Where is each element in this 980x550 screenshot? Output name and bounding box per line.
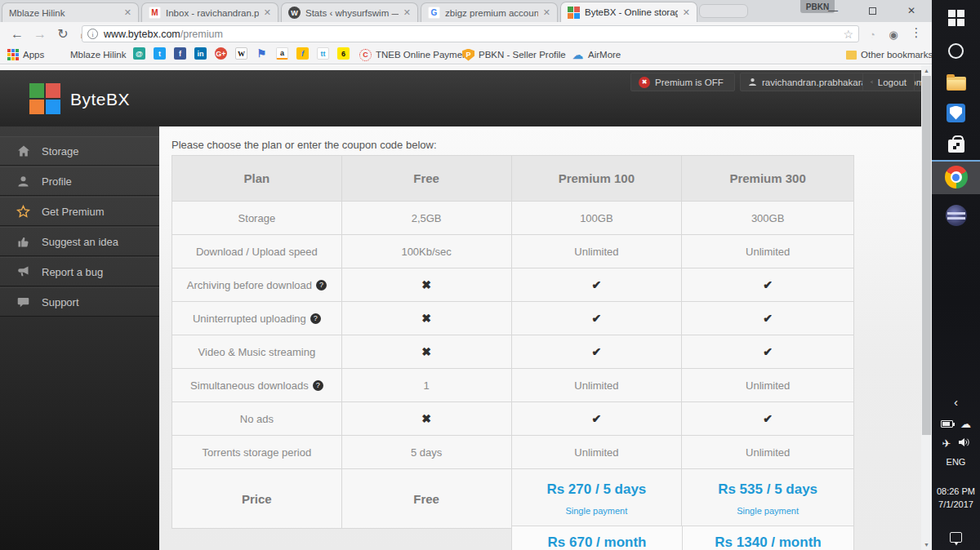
help-icon[interactable]: ? xyxy=(310,313,321,324)
scrollbar-thumb[interactable] xyxy=(922,76,931,435)
back-icon[interactable]: ← xyxy=(7,24,28,44)
premium100-price-cell[interactable]: Rs 270 / 5 days Single payment xyxy=(512,469,683,528)
logout-button[interactable]: Logout xyxy=(862,73,915,91)
tab-gmail[interactable]: M Inbox - ravichandran.pra ✕ xyxy=(141,2,278,22)
language-indicator[interactable]: ENG xyxy=(932,457,980,467)
premium300-price-cell[interactable]: Rs 535 / 5 days Single payment xyxy=(682,469,853,528)
sidebar-item-suggest-idea[interactable]: Suggest an idea xyxy=(0,227,159,256)
chrome-menu-icon[interactable]: ⋮ xyxy=(908,25,924,43)
tab-close-icon[interactable]: ✕ xyxy=(124,7,131,18)
bookmark-mblaze[interactable]: Mblaze Hilink xyxy=(70,47,126,62)
clock-time[interactable]: 08:26 PM xyxy=(932,486,980,496)
tab-label: Stats ‹ whysurfswim — W xyxy=(305,8,399,18)
page-scrollbar[interactable]: ▲ ▼ xyxy=(921,65,932,550)
url-path: /premium xyxy=(180,29,223,40)
clock-date[interactable]: 7/1/2017 xyxy=(932,499,980,509)
battery-icon[interactable] xyxy=(941,420,953,428)
chrome-taskbar-button[interactable] xyxy=(932,160,980,194)
sidebar: Storage Profile Get Premium Suggest an i… xyxy=(0,126,159,550)
bookmark-pbkn[interactable]: P PBKN - Seller Profile xyxy=(462,47,566,62)
cortana-button[interactable] xyxy=(932,34,980,67)
forward-icon[interactable]: → xyxy=(29,24,51,44)
store-bag-icon xyxy=(948,140,964,153)
twitter-icon[interactable]: t xyxy=(154,47,166,60)
premium100-monthly-price-cell[interactable]: Rs 670 / month xyxy=(511,526,683,550)
defender-button[interactable] xyxy=(932,96,980,129)
tab-close-icon[interactable]: ✕ xyxy=(264,7,271,18)
flag-icon[interactable]: ⚑ xyxy=(256,47,268,60)
bytebx-logo-icon xyxy=(29,83,60,114)
premium300-monthly-price-cell[interactable]: Rs 1340 / month xyxy=(682,526,854,550)
help-icon[interactable]: ? xyxy=(313,380,323,391)
table-row: No ads ✖ ✔ ✔ xyxy=(172,402,853,436)
scrollbar-down-icon[interactable]: ▼ xyxy=(921,539,932,550)
bookmark-airmore[interactable]: ☁ AirMore xyxy=(572,47,621,62)
chat-at-icon[interactable]: @ xyxy=(133,47,145,60)
bookmark-star-icon[interactable]: ☆ xyxy=(843,28,853,41)
wikipedia-icon[interactable]: W xyxy=(235,47,247,60)
scrollbar-up-icon[interactable]: ▲ xyxy=(921,65,932,76)
plans-table: Plan Free Premium 100 Premium 300 Storag… xyxy=(172,155,854,529)
apps-shortcut[interactable]: Apps xyxy=(7,47,44,62)
other-bookmarks[interactable]: Other bookmarks xyxy=(846,47,933,62)
eclipse-icon xyxy=(946,205,967,226)
tab-bytebx-active[interactable]: ByteBX - Online storage ✕ xyxy=(560,2,697,22)
tray-chevron-icon[interactable]: ‹ xyxy=(932,395,980,409)
tt-icon[interactable]: tt xyxy=(317,47,329,60)
table-row: Archiving before download? ✖ ✔ ✔ xyxy=(172,268,853,302)
amazon-icon[interactable]: a xyxy=(276,47,288,60)
start-button[interactable] xyxy=(932,2,980,34)
file-explorer-button[interactable] xyxy=(932,67,980,100)
tray-network-volume[interactable]: ✈ xyxy=(932,436,980,450)
sidebar-item-storage[interactable]: Storage xyxy=(0,136,159,166)
sidebar-item-get-premium[interactable]: Get Premium xyxy=(0,197,159,226)
store-button[interactable] xyxy=(932,127,980,160)
table-header-row: Plan Free Premium 100 Premium 300 xyxy=(172,156,853,202)
extension-icon-2[interactable]: ◉ xyxy=(885,26,902,42)
table-row: Simultaneous downloads? 1 Unlimited Unli… xyxy=(172,369,853,402)
cortana-icon xyxy=(948,43,964,59)
premium-status-button[interactable]: ✖ Premium is OFF xyxy=(630,73,735,91)
google-icon: G xyxy=(428,7,440,19)
help-icon[interactable]: ? xyxy=(316,280,327,291)
airplane-mode-icon[interactable]: ✈ xyxy=(942,437,951,450)
flipkart-icon[interactable]: f xyxy=(296,47,309,60)
yellow-6-icon[interactable]: 6 xyxy=(337,47,350,60)
speaker-icon[interactable] xyxy=(958,436,969,450)
screen: Mblaze Hilink ✕ M Inbox - ravichandran.p… xyxy=(0,0,980,550)
tab-wordpress-stats[interactable]: W Stats ‹ whysurfswim — W ✕ xyxy=(281,2,418,22)
sidebar-item-report-bug[interactable]: Report a bug xyxy=(0,257,159,286)
thumbs-up-icon xyxy=(16,235,30,249)
linkedin-icon[interactable]: in xyxy=(194,47,207,60)
tab-close-icon[interactable]: ✕ xyxy=(683,7,690,18)
page-info-icon[interactable]: i xyxy=(87,29,98,39)
reload-icon[interactable]: ↻ xyxy=(52,24,74,44)
minimize-button[interactable]: — xyxy=(817,0,849,21)
main-content: Please choose the plan or enter the coup… xyxy=(159,126,921,550)
tab-close-icon[interactable]: ✕ xyxy=(403,7,411,18)
close-button[interactable]: ✕ xyxy=(895,0,928,21)
google-plus-icon[interactable]: G+ xyxy=(215,47,227,60)
home-icon xyxy=(16,144,30,158)
eclipse-button[interactable] xyxy=(932,199,980,232)
onedrive-cloud-icon[interactable]: ☁ xyxy=(960,418,971,430)
maximize-button[interactable] xyxy=(856,0,889,21)
new-tab-button[interactable] xyxy=(699,4,748,18)
sidebar-item-profile[interactable]: Profile xyxy=(0,166,159,196)
tab-mblaze[interactable]: Mblaze Hilink ✕ xyxy=(2,2,139,22)
tab-close-icon[interactable]: ✕ xyxy=(543,7,550,18)
bookmark-tneb[interactable]: C TNEB Online Paymen xyxy=(359,47,468,62)
tray-power-cloud[interactable]: ☁ xyxy=(932,418,980,430)
facebook-icon[interactable]: f xyxy=(174,47,186,60)
address-bar[interactable]: i www.bytebx.com /premium ☆ xyxy=(82,25,859,42)
extension-icon-1[interactable]: ◔ xyxy=(864,26,880,42)
airmore-cloud-icon: ☁ xyxy=(572,49,584,61)
sidebar-item-support[interactable]: Support xyxy=(0,287,159,317)
bytebx-favicon xyxy=(568,7,580,19)
site-header: ByteBX ✖ Premium is OFF ravichandran.pra… xyxy=(0,70,921,126)
tab-zbigz[interactable]: G zbigz premium account g ✕ xyxy=(421,2,558,22)
table-row: Download / Upload speed 100Kb/sec Unlimi… xyxy=(172,235,853,268)
folder-icon xyxy=(846,51,857,60)
apps-grid-icon xyxy=(7,49,19,61)
action-center-button[interactable] xyxy=(932,521,980,550)
